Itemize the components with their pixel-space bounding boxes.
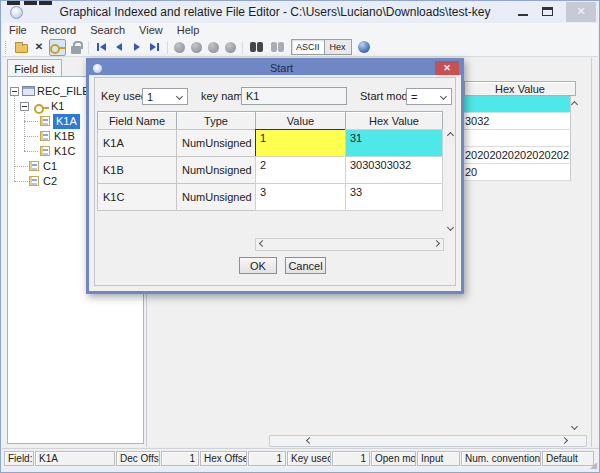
dialog-icon [93, 64, 102, 73]
maximize-button[interactable] [536, 2, 558, 22]
horizontal-scrollbar[interactable] [269, 435, 587, 447]
lock-button[interactable] [68, 39, 84, 56]
tree-item-label: K1B [54, 129, 75, 144]
info-button[interactable] [356, 39, 372, 56]
main-hex-value-column-header[interactable]: Hex Value [464, 81, 576, 96]
status-dec-offset-label: Dec Offset: [116, 451, 160, 466]
hex-value-cell: 2020202020202020202020202020202020202020 [465, 149, 569, 161]
resize-grip[interactable]: ◢ [590, 460, 597, 470]
previous-record-icon [116, 43, 122, 51]
menu-item-view[interactable]: View [132, 23, 170, 38]
key-icon [50, 42, 65, 53]
tree-item-label-selected: K1A [53, 114, 80, 129]
cell-field-name: K1B [97, 156, 177, 184]
search-button[interactable] [247, 39, 266, 56]
field-icon [29, 161, 39, 171]
cell-field-name: K1C [97, 183, 177, 211]
record-file-icon [22, 86, 35, 96]
previous-record-button[interactable] [111, 39, 127, 56]
next-record-button[interactable] [129, 39, 145, 56]
status-bar: Field: K1A Dec Offset: 1 Hex Offset: 1 K… [2, 448, 600, 468]
title-bar: Graphical Indexed and relative File Edit… [2, 2, 598, 23]
cell-value[interactable]: 2 [255, 156, 346, 184]
status-open-mode-label: Open mode: [371, 451, 416, 466]
folder-icon [15, 44, 28, 53]
collapse-expander-icon[interactable] [20, 102, 29, 111]
close-file-icon: ✕ [35, 42, 43, 52]
last-record-icon [150, 43, 156, 51]
menu-item-search[interactable]: Search [83, 23, 132, 38]
status-key-used-label: Key used: [287, 451, 331, 466]
cell-field-name: K1A [97, 129, 177, 157]
dialog-close-button[interactable]: ✕ [435, 61, 459, 75]
column-header-hex-value[interactable]: Hex Value [345, 111, 443, 130]
hex-toggle[interactable]: Hex [325, 40, 351, 54]
status-hex-offset-value: 1 [248, 451, 286, 466]
last-record-button[interactable] [147, 39, 163, 56]
record-action-button-2[interactable] [191, 42, 202, 53]
key-used-label: Key used [101, 90, 147, 102]
toolbar: ✕ ASCII Hex [2, 38, 598, 57]
toolbar-separator [167, 41, 168, 54]
horizontal-scrollbar[interactable] [255, 238, 444, 251]
toolbar-grip[interactable] [5, 41, 8, 54]
key-used-value: 1 [147, 91, 153, 103]
last-record-icon [157, 43, 159, 51]
tab-field-list-label: Field list [14, 63, 54, 75]
dialog-title: Start [102, 62, 461, 74]
format-toggle-group: ASCII Hex [291, 39, 352, 55]
cell-value[interactable]: 3 [255, 183, 346, 211]
status-num-convention-value: Default [542, 451, 594, 466]
menu-bar: File Record Search View Help [2, 23, 598, 38]
next-record-icon [134, 43, 140, 51]
status-dec-offset-value: 1 [161, 451, 199, 466]
first-record-button[interactable] [93, 39, 109, 56]
column-header-field-name[interactable]: Field Name [97, 111, 177, 130]
cancel-button[interactable]: Cancel [285, 257, 326, 274]
menu-item-file[interactable]: File [2, 23, 34, 38]
binoculars-dim-icon [270, 42, 285, 52]
record-action-button-4[interactable] [225, 42, 236, 53]
collapse-expander-icon[interactable] [10, 87, 19, 96]
key-name-input[interactable]: K1 [241, 87, 347, 105]
hex-value-cell: 20 [465, 166, 477, 178]
tree-item-label: C1 [43, 159, 57, 174]
record-action-button-3[interactable] [208, 42, 219, 53]
key-mode-button[interactable] [49, 39, 66, 56]
close-button[interactable]: ✕ [566, 2, 596, 22]
dialog-body: Key used 1 key name: K1 Start mode = Fie… [92, 75, 458, 288]
record-action-button-1[interactable] [174, 42, 185, 53]
ascii-toggle[interactable]: ASCII [292, 40, 325, 54]
first-record-icon [100, 43, 106, 51]
column-header-value[interactable]: Value [255, 111, 346, 130]
ok-button[interactable]: OK [239, 257, 277, 274]
menu-item-help[interactable]: Help [170, 23, 207, 38]
start-mode-select[interactable]: = [406, 88, 452, 105]
info-icon [358, 41, 370, 53]
status-hex-offset-label: Hex Offset: [200, 451, 247, 466]
cell-type: NumUnsigned ( 5, 0 ) [176, 156, 256, 184]
status-field-label: Field: [4, 451, 34, 466]
hex-value-cell: 3032 [465, 115, 489, 127]
tree-item-label: C2 [43, 174, 57, 189]
first-record-icon [97, 43, 99, 51]
search-next-button[interactable] [268, 39, 287, 56]
cell-hex-value[interactable]: 3030303032 [345, 156, 443, 184]
menu-item-record[interactable]: Record [34, 23, 83, 38]
start-dialog: Start ✕ Key used 1 key name: K1 Start mo… [86, 58, 464, 294]
key-used-select[interactable]: 1 [142, 88, 188, 105]
dialog-title-bar: Start ✕ [89, 61, 461, 75]
cell-value-selected[interactable]: 1 [255, 129, 346, 157]
close-file-button[interactable]: ✕ [31, 39, 47, 56]
lock-icon [71, 46, 81, 54]
tab-field-list[interactable]: Field list [7, 59, 62, 77]
cell-hex-value[interactable]: 33 [345, 183, 443, 211]
status-num-convention-label: Num. convention: [461, 451, 541, 466]
column-header-type[interactable]: Type [176, 111, 256, 130]
cell-hex-value-highlighted[interactable]: 31 [345, 129, 443, 157]
binoculars-icon [249, 42, 264, 52]
minimize-button[interactable] [512, 2, 534, 22]
open-file-button[interactable] [13, 39, 29, 56]
status-field-value: K1A [35, 451, 115, 466]
cell-type: NumUnsigned ( 1, 0 ) [176, 129, 256, 157]
